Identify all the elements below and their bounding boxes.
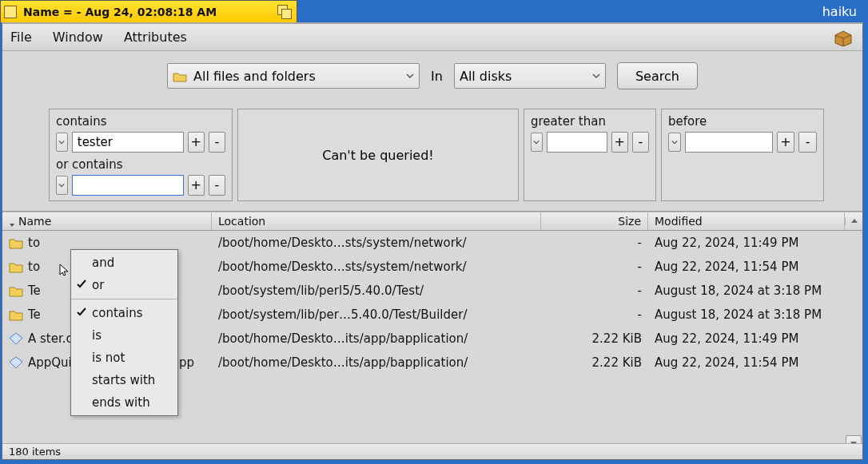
status-bar: 180 items	[2, 443, 862, 459]
criteria1-op-dropdown[interactable]	[56, 133, 68, 152]
criteria1-value-input[interactable]	[72, 132, 184, 153]
criteria3-op-dropdown[interactable]	[531, 133, 543, 152]
search-button[interactable]: Search	[617, 62, 698, 89]
chevron-down-icon	[406, 72, 414, 80]
criteria3-op-label: greater than	[531, 114, 649, 129]
row-size: -	[541, 260, 648, 274]
dropdown-item-contains[interactable]: contains	[71, 302, 177, 324]
check-icon	[76, 279, 87, 290]
row-location: /boot/home/Deskto…sts/system/network/	[212, 260, 541, 274]
dropdown-label: and	[92, 256, 114, 270]
col-size-label: Size	[618, 215, 641, 228]
disk-combo[interactable]: All disks	[454, 63, 606, 89]
window-title: Name = - Aug 24, 02:08:18 AM	[23, 6, 217, 18]
dropdown-item-ends-with[interactable]: ends with	[71, 391, 177, 414]
dropdown-item-and[interactable]: and	[71, 252, 177, 274]
os-label: haiku	[822, 4, 868, 19]
row-modified: Aug 22, 2024, 11:54 PM	[648, 260, 845, 274]
dropdown-label: is not	[92, 351, 125, 365]
package-icon[interactable]	[832, 29, 854, 46]
filetype-combo[interactable]: All files and folders	[167, 63, 420, 89]
col-modified-label: Modified	[655, 215, 703, 228]
cannot-query-label: Can't be queried!	[322, 148, 434, 163]
folder-icon	[9, 260, 23, 273]
criteria4-remove-button[interactable]: -	[798, 132, 817, 153]
row-size: 2.22 KiB	[541, 331, 648, 346]
criteria2-value-input[interactable]	[72, 175, 184, 196]
row-location: /boot/home/Deskto…its/app/bapplication/	[212, 331, 541, 346]
dropdown-item-or[interactable]: or	[71, 274, 177, 296]
file-icon	[9, 332, 23, 345]
dropdown-separator	[71, 299, 177, 299]
row-location: /boot/home/Deskto…its/app/bapplication/	[212, 355, 541, 370]
col-location-label: Location	[218, 215, 265, 228]
row-name: to	[28, 236, 40, 250]
scroll-up-button[interactable]	[845, 217, 862, 225]
criteria4-add-button[interactable]: +	[777, 132, 795, 153]
row-size: -	[541, 284, 648, 298]
criteria2-op-dropdown[interactable]	[56, 176, 68, 195]
in-label: In	[431, 69, 443, 84]
dropdown-item-starts-with[interactable]: starts with	[71, 369, 177, 391]
window-zoom-icon[interactable]	[277, 5, 292, 19]
menu-attributes[interactable]: Attributes	[124, 30, 187, 45]
criteria2-op-label: or contains	[56, 157, 225, 172]
filetype-label: All files and folders	[193, 69, 316, 84]
folder-icon	[9, 308, 23, 321]
sort-desc-icon	[9, 218, 15, 224]
svg-marker-3	[10, 357, 22, 368]
menubar: File Window Attributes	[2, 24, 862, 51]
item-count: 180 items	[9, 446, 61, 458]
col-name-label: Name	[18, 215, 51, 228]
criteria4-op-label: before	[668, 114, 817, 129]
criteria2-add-button[interactable]: +	[188, 175, 205, 196]
dropdown-label: is	[92, 328, 102, 343]
col-size[interactable]: Size	[541, 212, 648, 230]
criteria-panel-4: before + -	[661, 109, 824, 201]
dropdown-label: ends with	[92, 395, 150, 410]
criteria-panel-1: contains + - or contains + -	[49, 109, 233, 201]
center-message-panel: Can't be queried!	[237, 109, 519, 201]
col-name[interactable]: Name	[2, 212, 212, 230]
col-location[interactable]: Location	[212, 212, 541, 230]
find-window: File Window Attributes All files and fol…	[2, 22, 863, 460]
criteria2-remove-button[interactable]: -	[209, 175, 225, 196]
menu-file[interactable]: File	[10, 30, 32, 45]
criteria-panel-3: greater than + -	[524, 109, 656, 201]
folder-icon	[173, 70, 187, 81]
menu-window[interactable]: Window	[53, 30, 103, 45]
row-name: Te	[28, 307, 41, 322]
dropdown-label: contains	[92, 306, 143, 320]
row-modified: August 18, 2024 at 3:18 PM	[648, 307, 845, 322]
table-header: Name Location Size Modified	[2, 212, 862, 231]
query-controls: All files and folders In All disks Searc…	[2, 51, 862, 212]
chevron-down-icon	[592, 72, 600, 80]
criteria3-value-input[interactable]	[547, 132, 607, 153]
window-close-box[interactable]	[4, 6, 17, 18]
row-modified: Aug 22, 2024, 11:49 PM	[648, 331, 845, 346]
criteria3-remove-button[interactable]: -	[632, 132, 649, 153]
row-modified: Aug 22, 2024, 11:54 PM	[648, 355, 845, 370]
disk-label: All disks	[460, 69, 512, 84]
row-size: -	[541, 307, 648, 322]
file-icon	[9, 356, 23, 369]
dropdown-item-is[interactable]: is	[71, 324, 177, 347]
row-name: Te	[28, 284, 41, 298]
dropdown-item-is-not[interactable]: is not	[71, 347, 177, 369]
row-location: /boot/system/lib/perl5/5.40.0/Test/	[212, 284, 541, 298]
row-location: /boot/home/Deskto…sts/system/network/	[212, 236, 541, 250]
cursor-icon	[58, 263, 73, 277]
criteria1-op-label: contains	[56, 114, 225, 129]
col-modified[interactable]: Modified	[648, 212, 845, 230]
criteria4-value-input[interactable]	[685, 132, 773, 153]
criteria1-remove-button[interactable]: -	[209, 132, 225, 153]
criteria3-add-button[interactable]: +	[611, 132, 628, 153]
dropdown-label: or	[92, 278, 104, 292]
svg-marker-2	[10, 333, 22, 344]
window-title-tab[interactable]: Name = - Aug 24, 02:08:18 AM	[0, 0, 297, 22]
row-modified: Aug 22, 2024, 11:49 PM	[648, 236, 845, 250]
criteria4-op-dropdown[interactable]	[668, 133, 681, 152]
operator-dropdown-menu: and or contains is is not starts with en…	[70, 249, 178, 416]
row-modified: August 18, 2024 at 3:18 PM	[648, 284, 845, 298]
criteria1-add-button[interactable]: +	[188, 132, 205, 153]
